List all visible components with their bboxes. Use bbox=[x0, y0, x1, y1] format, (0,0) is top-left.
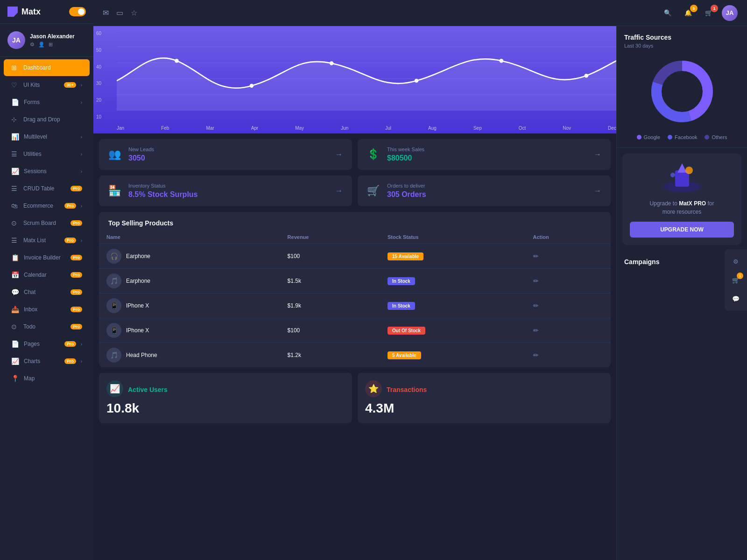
traffic-sources-section: Traffic Sources Last 30 days bbox=[617, 26, 747, 148]
products-table: Name Revenue Stock Status Action 🎧 Earph… bbox=[99, 231, 611, 367]
upgrade-card: Upgrade to MatX PRO formore resources UP… bbox=[622, 154, 741, 245]
product-avatar: 📱 bbox=[106, 323, 121, 338]
user-avatar[interactable]: JA bbox=[722, 5, 738, 21]
edit-icon[interactable]: ✏ bbox=[533, 252, 539, 260]
draganddrop-icon: ⊹ bbox=[11, 116, 19, 123]
action-cell[interactable]: ✏ bbox=[526, 294, 611, 318]
search-button[interactable]: 🔍 bbox=[660, 6, 675, 21]
floating-cart[interactable]: 🛒 1 bbox=[728, 273, 743, 287]
chat-badge: Pro bbox=[70, 289, 82, 295]
sidebar-item-chat[interactable]: 💬 Chat Pro bbox=[4, 284, 90, 301]
sidebar-item-crudtable[interactable]: ☰ CRUD Table Pro bbox=[4, 180, 90, 197]
notification-button[interactable]: 🔔 5 bbox=[681, 6, 696, 21]
floating-settings[interactable]: ⚙ bbox=[728, 254, 743, 269]
arrow-icon[interactable]: → bbox=[335, 150, 343, 159]
action-cell[interactable]: ✏ bbox=[526, 318, 611, 343]
settings-icon[interactable]: ⚙ bbox=[30, 42, 35, 48]
x-label: Nov bbox=[563, 126, 571, 131]
edit-icon[interactable]: ✏ bbox=[533, 351, 539, 359]
bottom-cards: 📈 Active Users 10.8k ⭐ Transactions 4.3M bbox=[93, 373, 616, 429]
sidebar-item-sessions[interactable]: 📈 Sessions › bbox=[4, 163, 90, 180]
sidebar-item-map[interactable]: 📍 Map bbox=[4, 370, 90, 387]
product-cell: 📱 IPhone X bbox=[99, 294, 280, 318]
cart-badge: 1 bbox=[711, 5, 718, 12]
theme-toggle[interactable] bbox=[69, 7, 86, 16]
stat-value: 305 Orders bbox=[387, 190, 586, 199]
window-icon[interactable]: ▭ bbox=[116, 8, 123, 17]
legend-label: Google bbox=[644, 134, 660, 140]
x-label: Oct bbox=[519, 126, 526, 131]
sidebar-item-utilities[interactable]: ☰ Utilities › bbox=[4, 146, 90, 162]
sidebar-item-label: Multilevel bbox=[24, 133, 76, 140]
stat-label: New Leads bbox=[128, 147, 328, 152]
traffic-legend: Google Facebook Others bbox=[624, 134, 740, 140]
action-cell[interactable]: ✏ bbox=[526, 244, 611, 269]
sidebar-item-forms[interactable]: 📄 Forms › bbox=[4, 94, 90, 111]
chevron-right-icon: › bbox=[81, 238, 82, 243]
sidebar-item-todo[interactable]: ⊙ Todo Pro bbox=[4, 318, 90, 335]
floating-chat[interactable]: 💬 bbox=[728, 291, 743, 306]
stat-label: Orders to deliver bbox=[387, 183, 586, 189]
status-cell: In Stock bbox=[380, 269, 526, 294]
profile-icon[interactable]: 👤 bbox=[38, 42, 45, 48]
sidebar-item-label: Chat bbox=[24, 289, 66, 295]
ecommerce-icon: 🛍 bbox=[11, 202, 19, 210]
upgrade-button[interactable]: UPGRADE NOW bbox=[630, 222, 734, 238]
traffic-chart: 60 50 40 30 20 10 bbox=[93, 26, 616, 133]
product-cell-inner: 📱 IPhone X bbox=[106, 298, 273, 313]
others-dot bbox=[705, 135, 709, 140]
facebook-dot bbox=[668, 135, 672, 140]
action-cell[interactable]: ✏ bbox=[526, 269, 611, 294]
mail-icon[interactable]: ✉ bbox=[103, 8, 109, 17]
chart-y-labels: 60 50 40 30 20 10 bbox=[93, 31, 104, 119]
inbox-icon: 📥 bbox=[11, 306, 19, 313]
legend-others: Others bbox=[705, 134, 727, 140]
main-panel: 60 50 40 30 20 10 bbox=[93, 26, 616, 560]
sidebar-item-label: CRUD Table bbox=[23, 185, 66, 192]
sidebar-item-dashboard[interactable]: ⊞ Dashboard bbox=[4, 59, 90, 76]
top-selling-table: Top Selling Products Name Revenue Stock … bbox=[99, 212, 611, 367]
stat-info: Orders to deliver 305 Orders bbox=[387, 183, 586, 199]
chart-svg bbox=[117, 31, 616, 111]
sidebar-item-ecommerce[interactable]: 🛍 Ecommerce Pro › bbox=[4, 197, 90, 214]
cart-button[interactable]: 🛒 1 bbox=[701, 6, 716, 21]
sidebar-item-pages[interactable]: 📄 Pages Pro › bbox=[4, 336, 90, 352]
arrow-icon[interactable]: → bbox=[594, 187, 601, 195]
edit-icon[interactable]: ✏ bbox=[533, 327, 539, 334]
sidebar-item-uikits[interactable]: ♡ UI Kits 30+ › bbox=[4, 77, 90, 93]
edit-icon[interactable]: ✏ bbox=[533, 302, 539, 309]
sales-card: 💲 This week Sales $80500 → bbox=[358, 139, 611, 170]
sales-icon: 💲 bbox=[367, 148, 380, 161]
sidebar-item-invoicebuilder[interactable]: 📋 Invoice Builder Pro bbox=[4, 249, 90, 266]
brand-icon bbox=[7, 7, 18, 17]
col-revenue: Revenue bbox=[280, 231, 380, 244]
arrow-icon[interactable]: → bbox=[594, 150, 601, 159]
svg-point-10 bbox=[500, 59, 504, 63]
new-leads-card: 👥 New Leads 3050 → bbox=[99, 139, 352, 170]
edit-icon[interactable]: ✏ bbox=[533, 277, 539, 285]
star-icon[interactable]: ☆ bbox=[131, 8, 137, 17]
y-label: 20 bbox=[96, 98, 101, 103]
product-avatar: 🎵 bbox=[106, 348, 121, 363]
grid-icon[interactable]: ⊞ bbox=[49, 42, 53, 48]
legend-label: Others bbox=[712, 134, 727, 140]
sidebar-item-scrumboard[interactable]: ⊙ Scrum Board Pro bbox=[4, 215, 90, 231]
campaigns-title: Campaigns bbox=[624, 258, 659, 266]
user-actions: ⚙ 👤 ⊞ bbox=[30, 42, 86, 48]
sidebar-item-inbox[interactable]: 📥 Inbox Pro bbox=[4, 301, 90, 318]
table-row: 🎵 Head Phone $1.2k 5 Available ✏ bbox=[99, 343, 611, 368]
y-label: 50 bbox=[96, 48, 101, 53]
sidebar-item-draganddrop[interactable]: ⊹ Drag and Drop bbox=[4, 111, 90, 128]
stat-value: $80500 bbox=[387, 154, 586, 162]
sidebar-item-calendar[interactable]: 📅 Calendar Pro bbox=[4, 266, 90, 283]
sidebar-item-multilevel[interactable]: 📊 Multilevel › bbox=[4, 128, 90, 145]
product-avatar: 🎧 bbox=[106, 249, 121, 264]
sidebar-item-matxlist[interactable]: ☰ Matx List Pro › bbox=[4, 232, 90, 249]
dashboard-icon: ⊞ bbox=[11, 64, 19, 71]
avatar: JA bbox=[7, 31, 25, 49]
action-cell[interactable]: ✏ bbox=[526, 343, 611, 368]
sidebar-item-charts[interactable]: 📈 Charts Pro › bbox=[4, 353, 90, 370]
arrow-icon[interactable]: → bbox=[335, 187, 343, 195]
product-cell: 🎧 Earphone bbox=[99, 244, 280, 269]
sidebar-item-label: Dashboard bbox=[23, 64, 82, 71]
